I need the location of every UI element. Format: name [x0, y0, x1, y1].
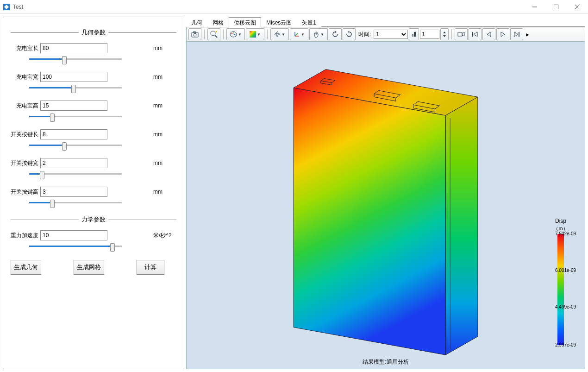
- next-frame-button[interactable]: [510, 28, 523, 40]
- axes-orient-button[interactable]: ▼: [290, 28, 308, 40]
- svg-line-18: [295, 33, 298, 36]
- record-button[interactable]: [455, 28, 468, 40]
- param-input-5[interactable]: [40, 187, 107, 197]
- param-label: 充电宝长: [11, 44, 40, 52]
- tab-3[interactable]: Mises云图: [261, 17, 297, 27]
- svg-text:✦: ✦: [215, 31, 218, 33]
- svg-rect-15: [250, 31, 256, 38]
- param-label: 开关按键宽: [11, 159, 40, 167]
- gravity-input[interactable]: [40, 230, 107, 240]
- pan-button[interactable]: ▼: [270, 28, 289, 40]
- param-row-gravity: 重力加速度 米/秒^2: [11, 230, 176, 240]
- svg-point-14: [234, 34, 236, 36]
- param-unit: mm: [153, 189, 176, 195]
- param-unit: mm: [153, 45, 176, 51]
- param-slider-3[interactable]: [29, 141, 122, 150]
- svg-line-9: [215, 35, 217, 38]
- param-slider-5[interactable]: [29, 199, 122, 207]
- legend-tick: 4.499e-09: [555, 304, 576, 309]
- snapshot-button[interactable]: [188, 28, 201, 40]
- frame-input[interactable]: [420, 30, 439, 39]
- param-input-3[interactable]: [40, 129, 107, 139]
- param-label: 开关按键高: [11, 188, 40, 196]
- legend-tick: 6.001e-09: [555, 268, 576, 273]
- param-unit: mm: [153, 74, 176, 80]
- result-viewport[interactable]: X Y Z Disp （m） 7.502e-096.001e-094.499e-…: [186, 42, 585, 369]
- param-row-4: 开关按键宽 mm: [11, 158, 176, 168]
- param-row-5: 开关按键高 mm: [11, 187, 176, 197]
- view-tabs: 几何网格位移云图Mises云图矢量1: [186, 17, 585, 27]
- param-input-4[interactable]: [40, 158, 107, 168]
- time-select[interactable]: 1: [374, 30, 408, 39]
- gravity-slider[interactable]: [29, 242, 122, 251]
- param-input-1[interactable]: [40, 72, 107, 82]
- svg-point-11: [230, 32, 237, 37]
- param-label: 充电宝宽: [11, 73, 40, 81]
- param-row-2: 充电宝高 mm: [11, 101, 176, 111]
- param-row-0: 充电宝长 mm: [11, 43, 176, 53]
- app-icon: [3, 3, 10, 11]
- svg-rect-22: [414, 32, 416, 37]
- param-unit: 米/秒^2: [153, 232, 176, 240]
- param-label: 开关按键长: [11, 131, 40, 139]
- close-button[interactable]: [567, 0, 588, 14]
- prev-frame-button[interactable]: [482, 28, 495, 40]
- sidebar: 几何参数 充电宝长 mm 充电宝宽 mm: [3, 17, 184, 369]
- param-unit: mm: [153, 102, 176, 109]
- tab-2[interactable]: 位移云图: [229, 17, 261, 27]
- param-slider-0[interactable]: [29, 55, 122, 63]
- param-input-2[interactable]: [40, 101, 107, 111]
- colormap-button[interactable]: ▼: [246, 28, 264, 40]
- maximize-button[interactable]: [545, 0, 567, 14]
- param-input-0[interactable]: [40, 43, 107, 53]
- play-button[interactable]: [496, 28, 509, 40]
- frame-spinner[interactable]: [440, 28, 449, 40]
- mouse-mode-button[interactable]: ▼: [309, 28, 328, 40]
- rotate-ccw-button[interactable]: [329, 28, 342, 40]
- tab-1[interactable]: 网格: [207, 17, 229, 27]
- toolbar-overflow[interactable]: ▸: [524, 28, 531, 40]
- window-title: Test: [13, 4, 23, 10]
- param-label: 充电宝高: [11, 102, 40, 110]
- displacement-contour: [187, 42, 585, 369]
- param-label: 重力加速度: [11, 232, 40, 240]
- param-unit: mm: [153, 160, 176, 166]
- palette-button[interactable]: ▼: [226, 28, 245, 40]
- viewport-caption: 结果模型:通用分析: [187, 358, 585, 366]
- minimize-button[interactable]: [524, 0, 545, 14]
- viewer-toolbar: ✦ ▼ ▼ ▼ ▼ ▼ 时间: 1 ▸: [186, 27, 585, 42]
- param-slider-4[interactable]: [29, 170, 122, 178]
- param-unit: mm: [153, 131, 176, 138]
- titlebar: Test: [0, 0, 588, 14]
- tab-0[interactable]: 几何: [186, 17, 207, 27]
- time-label: 时间:: [357, 31, 373, 38]
- svg-point-13: [233, 32, 235, 34]
- generate-mesh-button[interactable]: 生成网格: [74, 260, 104, 275]
- param-row-1: 充电宝宽 mm: [11, 72, 176, 82]
- generate-geometry-button[interactable]: 生成几何: [11, 260, 41, 275]
- param-slider-2[interactable]: [29, 113, 122, 121]
- group-mechanics-header: 力学参数: [11, 215, 176, 224]
- svg-point-12: [231, 33, 233, 34]
- svg-rect-23: [412, 34, 413, 37]
- param-row-3: 开关按键长 mm: [11, 129, 176, 139]
- legend-tick: 2.997e-09: [555, 342, 576, 347]
- param-slider-1[interactable]: [29, 84, 122, 92]
- first-frame-button[interactable]: [469, 28, 482, 40]
- legend-toggle-button[interactable]: [409, 28, 419, 40]
- calculate-button[interactable]: 计算: [137, 260, 164, 275]
- group-geometry-header: 几何参数: [11, 28, 176, 37]
- legend-tick: 7.502e-09: [555, 231, 576, 236]
- svg-rect-24: [458, 32, 462, 36]
- svg-rect-2: [554, 5, 558, 9]
- rotate-cw-button[interactable]: [343, 28, 356, 40]
- zoom-button[interactable]: ✦: [207, 28, 220, 40]
- svg-point-6: [194, 33, 196, 36]
- color-legend: Disp （m） 7.502e-096.001e-094.499e-092.99…: [542, 218, 579, 345]
- tab-4[interactable]: 矢量1: [297, 17, 321, 27]
